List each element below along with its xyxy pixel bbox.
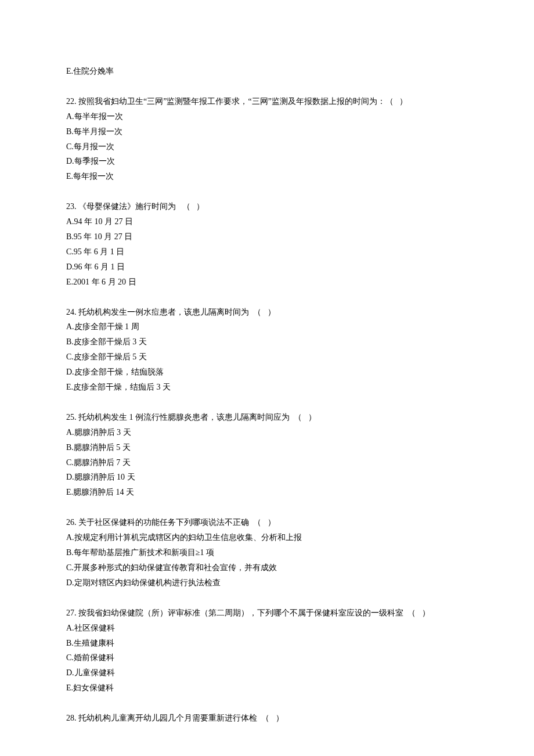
- text-line: A.社区保健科: [66, 621, 468, 636]
- text-line: A.皮疹全部干燥 1 周: [66, 319, 468, 334]
- text-line: E.住院分娩率: [66, 64, 468, 79]
- text-line: B.每半月报一次: [66, 124, 468, 139]
- text-line: B.皮疹全部干燥后 3 天: [66, 334, 468, 350]
- blank-line: [66, 79, 468, 94]
- text-line: E.皮疹全部干燥，结痂后 3 天: [66, 380, 468, 395]
- document-page: E.住院分娩率22. 按照我省妇幼卫生“三网”监测暨年报工作要求，“三网”监测及…: [0, 0, 534, 756]
- text-line: D.每季报一次: [66, 154, 468, 169]
- text-line: A.94 年 10 月 27 日: [66, 214, 468, 229]
- text-line: E.腮腺消肿后 14 天: [66, 485, 468, 500]
- text-line: D.儿童保健科: [66, 665, 468, 681]
- text-line: 28. 托幼机构儿童离开幼儿园几个月需要重新进行体检 （ ）: [66, 711, 468, 726]
- blank-line: [66, 290, 468, 305]
- text-line: B.生殖健康科: [66, 636, 468, 651]
- text-line: B.腮腺消肿后 5 天: [66, 440, 468, 455]
- text-line: C.95 年 6 月 1 日: [66, 244, 468, 260]
- text-line: 26. 关于社区保健科的功能任务下列哪项说法不正确 （ ）: [66, 515, 468, 530]
- text-line: A.每半年报一次: [66, 109, 468, 124]
- text-line: 27. 按我省妇幼保健院（所）评审标准（第二周期），下列哪个不属于保健科室应设的…: [66, 606, 468, 621]
- blank-line: [66, 696, 468, 711]
- text-line: 24. 托幼机构发生一例水痘患者，该患儿隔离时间为 （ ）: [66, 305, 468, 320]
- blank-line: [66, 395, 468, 410]
- blank-line: [66, 591, 468, 606]
- text-line: 23. 《母婴保健法》施行时间为 （ ）: [66, 199, 468, 214]
- text-line: C.皮疹全部干燥后 5 天: [66, 350, 468, 365]
- text-line: B.95 年 10 月 27 日: [66, 229, 468, 244]
- text-line: C.开展多种形式的妇幼保健宣传教育和社会宣传，并有成效: [66, 560, 468, 575]
- text-line: 25. 托幼机构发生 1 例流行性腮腺炎患者，该患儿隔离时间应为 （ ）: [66, 410, 468, 425]
- text-line: D.腮腺消肿后 10 天: [66, 470, 468, 485]
- blank-line: [66, 500, 468, 515]
- text-line: C.腮腺消肿后 7 天: [66, 455, 468, 470]
- text-line: B.每年帮助基层推广新技术和新项目≥1 项: [66, 545, 468, 560]
- text-line: D.定期对辖区内妇幼保健机构进行执法检查: [66, 575, 468, 591]
- text-line: A.按规定利用计算机完成辖区内的妇幼卫生信息收集、分析和上报: [66, 530, 468, 545]
- text-line: 22. 按照我省妇幼卫生“三网”监测暨年报工作要求，“三网”监测及年报数据上报的…: [66, 94, 468, 109]
- text-line: E.2001 年 6 月 20 日: [66, 275, 468, 290]
- text-line: D.96 年 6 月 1 日: [66, 260, 468, 275]
- blank-line: [66, 184, 468, 199]
- text-line: D.皮疹全部干燥，结痂脱落: [66, 365, 468, 380]
- text-line: E.妇女保健科: [66, 681, 468, 696]
- text-line: A.腮腺消肿后 3 天: [66, 425, 468, 440]
- text-line: E.每年报一次: [66, 169, 468, 184]
- text-line: C.婚前保健科: [66, 650, 468, 665]
- text-line: C.每月报一次: [66, 139, 468, 154]
